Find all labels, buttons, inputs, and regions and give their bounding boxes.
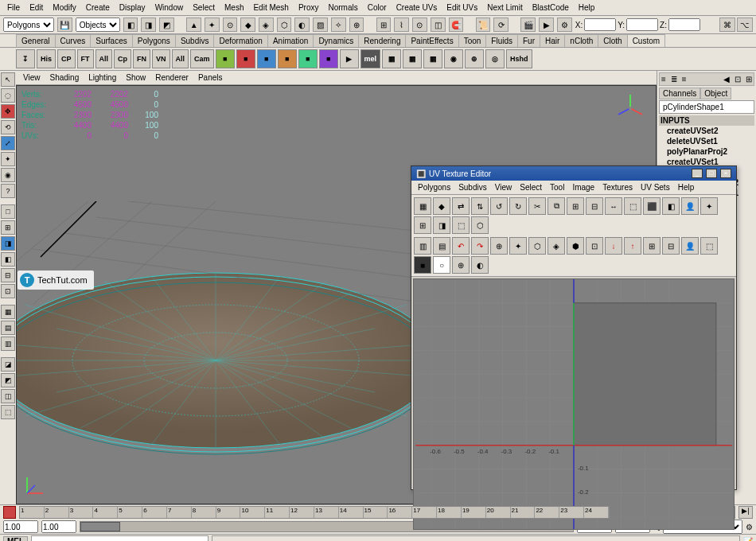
shelf-color-1[interactable]: ■ xyxy=(216,49,235,68)
channel-header-icon-6[interactable]: ⊞ xyxy=(746,75,752,84)
script-editor-button[interactable]: 📝 xyxy=(743,537,753,541)
uv-tool-r2-14[interactable]: ⊟ xyxy=(662,237,680,255)
render-globals-icon[interactable]: ⚙ xyxy=(557,18,572,32)
snap-grid-icon[interactable]: ⊞ xyxy=(376,18,392,32)
snap-plane-icon[interactable]: ◫ xyxy=(431,18,446,32)
shelf-btn-all2[interactable]: All xyxy=(172,49,189,68)
uv-grid-canvas[interactable]: -0.6-0.5-0.4 -0.3-0.2-0.1 -0.1-0.2-0.3 xyxy=(413,278,735,530)
snap-curve-icon[interactable]: ⌇ xyxy=(394,18,409,32)
shelf-obj-1[interactable]: ◉ xyxy=(444,49,463,68)
range-start-outer-field[interactable] xyxy=(3,520,38,533)
mask-icon-3[interactable]: ⊙ xyxy=(223,18,238,32)
uv-tool-unfold[interactable]: ⊟ xyxy=(586,197,603,215)
soft-tool-icon[interactable]: ◉ xyxy=(1,168,15,182)
y-field[interactable] xyxy=(626,18,658,31)
uv-menu-image[interactable]: Image xyxy=(569,182,598,193)
menu-next-limit[interactable]: Next Limit xyxy=(483,2,526,14)
shelf-tab-surfaces[interactable]: Surfaces xyxy=(90,34,132,47)
mask-icon-4[interactable]: ◆ xyxy=(240,18,255,32)
uv-tool-r2-6[interactable]: ✦ xyxy=(509,237,527,255)
d-tool-3[interactable]: ◫ xyxy=(1,389,15,403)
manip-tool-icon[interactable]: ✦ xyxy=(1,152,15,166)
channel-tab-object[interactable]: Object xyxy=(700,88,731,99)
pick-mask-dropdown[interactable]: Objects xyxy=(76,18,120,32)
menu-create-uvs[interactable]: Create UVs xyxy=(392,2,442,14)
shelf-tab-cloth[interactable]: Cloth xyxy=(598,34,627,47)
shelf-obj-3[interactable]: ◎ xyxy=(485,49,505,68)
menu-edit-mesh[interactable]: Edit Mesh xyxy=(249,2,292,14)
shelf-tab-toon[interactable]: Toon xyxy=(458,34,487,47)
close-button[interactable]: × xyxy=(720,169,731,178)
channel-header-icon-1[interactable]: ≡ xyxy=(661,75,666,84)
shape-name-field[interactable]: pCylinderShape1 xyxy=(659,100,754,114)
uv-tool-2[interactable]: ◆ xyxy=(433,197,450,215)
uv-tool-cut[interactable]: ✂ xyxy=(528,197,546,215)
d-tool-1[interactable]: ◪ xyxy=(1,357,15,372)
anim-prefs-button[interactable]: ⚙ xyxy=(746,523,753,531)
uv-tool-r2-20[interactable]: ◐ xyxy=(471,256,489,274)
uv-tool-rotate-ccw[interactable]: ↺ xyxy=(490,197,508,215)
scale-tool-icon[interactable]: ⤢ xyxy=(1,136,15,150)
rotate-tool-icon[interactable]: ⟲ xyxy=(1,120,15,134)
uv-tool-r2-18[interactable]: ○ xyxy=(433,256,450,274)
shelf-grad-2[interactable]: ▦ xyxy=(403,49,422,68)
shelf-color-6[interactable]: ■ xyxy=(319,49,338,68)
quick-layout-3-icon[interactable]: ▥ xyxy=(1,337,15,351)
uv-menu-uv-sets[interactable]: UV Sets xyxy=(637,182,673,193)
lasso-tool-icon[interactable]: ◌ xyxy=(1,88,15,103)
uv-tool-a[interactable]: ◧ xyxy=(662,197,680,215)
channel-tab-channels[interactable]: Channels xyxy=(659,88,700,99)
autokey-toggle[interactable] xyxy=(3,506,16,519)
select-tool-icon[interactable]: ↖ xyxy=(1,72,15,87)
uv-menu-polygons[interactable]: Polygons xyxy=(415,182,454,193)
mask-icon-6[interactable]: ⬡ xyxy=(277,18,292,32)
snap-live-icon[interactable]: 🧲 xyxy=(449,18,464,32)
layout-single-icon[interactable]: □ xyxy=(1,204,15,219)
d-tool-2[interactable]: ◩ xyxy=(1,373,15,387)
render-icon[interactable]: 🎬 xyxy=(520,18,536,32)
uv-tool-snap1[interactable]: ⬡ xyxy=(471,216,489,234)
mask-icon-8[interactable]: ▨ xyxy=(313,18,328,32)
uv-tool-b[interactable]: 👤 xyxy=(681,197,699,215)
shelf-tab-polygons[interactable]: Polygons xyxy=(132,34,176,47)
uv-tool-r2-undo[interactable]: ↶ xyxy=(452,237,470,255)
uv-texture-editor-window[interactable]: 🔳 UV Texture Editor _ □ × Polygons Subdi… xyxy=(411,165,737,490)
mask-icon-9[interactable]: ✧ xyxy=(331,18,346,32)
uv-tool-c[interactable]: ✦ xyxy=(700,197,718,215)
vp-menu-panels[interactable]: Panels xyxy=(194,72,227,83)
uv-tool-rotate-cw[interactable]: ↻ xyxy=(509,197,527,215)
menu-select[interactable]: Select xyxy=(189,2,219,14)
menu-blastcode[interactable]: BlastCode xyxy=(528,2,573,14)
uv-window-titlebar[interactable]: 🔳 UV Texture Editor _ □ × xyxy=(411,166,736,181)
shelf-tab-deformation[interactable]: Deformation xyxy=(213,34,267,47)
menu-modify[interactable]: Modify xyxy=(49,2,80,14)
x-field[interactable] xyxy=(584,18,616,31)
quick-layout-2-icon[interactable]: ▤ xyxy=(1,321,15,335)
channel-header-icon-3[interactable]: ≡ xyxy=(682,75,687,84)
uv-tool-r2-10[interactable]: ⊡ xyxy=(586,237,603,255)
uv-tool-grid-icon[interactable]: ⊞ xyxy=(414,216,431,234)
shelf-btn-his[interactable]: His xyxy=(37,49,56,68)
shelf-btn-hshd[interactable]: Hshd xyxy=(506,49,532,68)
select-by-hierarchy-icon[interactable]: ◧ xyxy=(123,18,138,32)
history-on-icon[interactable]: 📜 xyxy=(476,18,491,32)
menu-file[interactable]: File xyxy=(3,2,24,14)
shelf-btn-arrow[interactable]: ↧ xyxy=(16,49,35,68)
shelf-color-4[interactable]: ■ xyxy=(278,49,297,68)
uv-tool-1[interactable]: ▦ xyxy=(414,197,431,215)
range-slider-thumb[interactable] xyxy=(80,522,120,531)
layout-hyper-icon[interactable]: ⊟ xyxy=(1,268,15,282)
uv-tool-r2-redo[interactable]: ↷ xyxy=(471,237,489,255)
last-tool-icon[interactable]: ? xyxy=(1,184,15,198)
menu-create[interactable]: Create xyxy=(82,2,114,14)
snap-point-icon[interactable]: ⊙ xyxy=(412,18,427,32)
uv-menu-tool[interactable]: Tool xyxy=(547,182,567,193)
shelf-tab-subdivs[interactable]: Subdivs xyxy=(175,34,215,47)
uv-tool-select-edge[interactable]: ⬛ xyxy=(643,197,661,215)
shelf-obj-2[interactable]: ⊕ xyxy=(465,49,484,68)
minimize-button[interactable]: _ xyxy=(692,169,703,178)
layout-persp-icon[interactable]: ◨ xyxy=(1,236,15,251)
uv-tool-select-shell[interactable]: ⬚ xyxy=(624,197,641,215)
mask-icon-10[interactable]: ⊕ xyxy=(349,18,364,32)
mask-icon-2[interactable]: ✦ xyxy=(205,18,220,32)
